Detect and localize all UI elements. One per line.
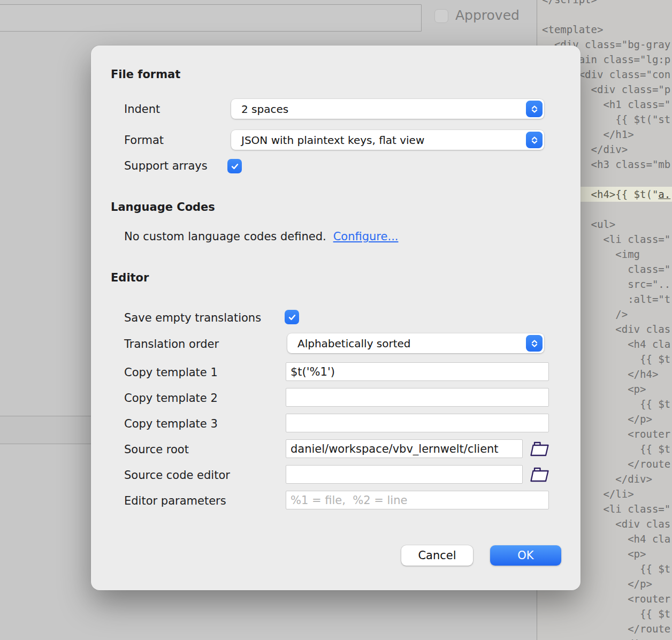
copy-template-2-input[interactable] (286, 388, 549, 407)
save-empty-translations-checkbox[interactable] (285, 310, 299, 324)
source-root-browse-button[interactable] (530, 441, 549, 457)
source-code-editor-label: Source code editor (124, 468, 230, 482)
section-title-language-codes: Language Codes (111, 200, 215, 214)
copy-template-3-label: Copy template 3 (124, 417, 218, 431)
code-line (537, 7, 672, 22)
translation-key-link: a. (658, 188, 670, 200)
code-line: </script> (537, 0, 672, 7)
folder-icon (530, 441, 549, 457)
code-line: </route (537, 621, 672, 636)
configure-link[interactable]: Configure... (333, 230, 399, 243)
save-empty-translations-label: Save empty translations (124, 311, 261, 325)
folder-icon (530, 467, 549, 483)
support-arrays-label: Support arrays (124, 159, 208, 173)
copy-template-1-input[interactable] (286, 362, 549, 381)
section-title-file-format: File format (111, 67, 180, 81)
code-line: </div (537, 636, 672, 640)
ok-button[interactable]: OK (490, 545, 561, 566)
support-arrays-checkbox[interactable] (227, 159, 242, 173)
up-down-chevrons-icon (526, 101, 543, 117)
checkmark-icon (230, 162, 240, 171)
cancel-button[interactable]: Cancel (401, 545, 473, 566)
source-code-editor-input[interactable] (286, 465, 523, 484)
copy-template-3-input[interactable] (286, 414, 549, 432)
source-root-input[interactable] (286, 439, 523, 458)
code-line: <template> (537, 22, 672, 37)
settings-dialog: File format Indent 2 spaces Format JSON … (91, 45, 581, 590)
indent-select-value: 2 spaces (241, 103, 288, 116)
approved-checkbox-label: Approved (455, 7, 520, 23)
approved-checkbox[interactable] (434, 9, 448, 23)
translation-order-label: Translation order (124, 337, 219, 351)
code-line: <router (537, 591, 672, 606)
up-down-chevrons-icon (526, 132, 543, 148)
editor-parameters-label: Editor parameters (124, 494, 226, 508)
editor-parameters-input[interactable] (286, 491, 549, 509)
source-code-editor-browse-button[interactable] (530, 467, 549, 483)
format-select[interactable]: JSON with plaintext keys, flat view (231, 130, 544, 150)
code-line: {{ $t (537, 606, 672, 621)
source-root-label: Source root (124, 443, 189, 456)
checkmark-icon (287, 313, 297, 322)
copy-template-1-label: Copy template 1 (124, 365, 218, 379)
format-select-value: JSON with plaintext keys, flat view (241, 134, 424, 147)
translation-order-select-value: Alphabetically sorted (297, 337, 411, 350)
section-title-editor: Editor (111, 271, 149, 285)
background-text-field[interactable] (0, 4, 422, 32)
format-label: Format (124, 133, 164, 147)
indent-label: Indent (124, 102, 160, 116)
indent-select[interactable]: 2 spaces (231, 99, 544, 119)
language-codes-status: No custom language codes defined. (124, 230, 326, 243)
translation-order-select[interactable]: Alphabetically sorted (287, 333, 544, 353)
up-down-chevrons-icon (526, 335, 543, 352)
copy-template-2-label: Copy template 2 (124, 391, 218, 405)
